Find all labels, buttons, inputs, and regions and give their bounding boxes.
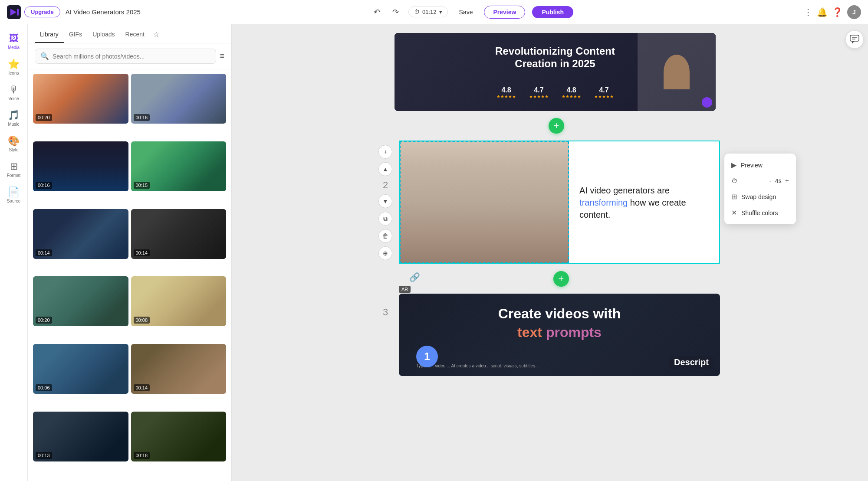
chat-icon	[850, 35, 859, 44]
media-thumb-6[interactable]: 00:14	[131, 209, 227, 259]
rating-1-stars: ★★★★★	[496, 94, 516, 99]
move-down-button[interactable]: ▼	[378, 194, 392, 208]
upgrade-button[interactable]: Upgrade	[24, 7, 60, 17]
add-between-inner: +	[401, 271, 722, 287]
sidebar-item-format[interactable]: ⊞ Format	[2, 157, 26, 181]
slide-2-wrapper: AI video generators are transforming how…	[399, 141, 720, 264]
tab-favorites[interactable]: ☆	[150, 24, 163, 43]
rating-3-num: 4.8	[562, 86, 581, 94]
media-thumb-11[interactable]: 00:13	[33, 412, 128, 461]
sidebar-item-icons[interactable]: ⭐ Icons	[2, 55, 26, 79]
search-input[interactable]	[53, 53, 210, 60]
add-between-2-3-row: +	[376, 271, 723, 287]
slide-2-text-before: AI video generators are	[579, 186, 670, 195]
slide-1-title: Revolutionizing Content Creation in 2025	[495, 45, 615, 70]
avatar[interactable]: J	[847, 5, 861, 19]
media-thumb-12[interactable]: 00:18	[131, 412, 227, 461]
media-thumb-1[interactable]: 00:20	[33, 74, 128, 124]
preview-button[interactable]: Preview	[484, 6, 525, 19]
publish-button[interactable]: Publish	[532, 6, 573, 18]
chat-icon-button[interactable]	[845, 30, 864, 49]
add-between-1-2-row: +	[376, 118, 723, 134]
tab-gifs[interactable]: GIFs	[64, 25, 87, 43]
media-thumb-5[interactable]: 00:14	[33, 209, 128, 259]
timer-minus-button[interactable]: -	[769, 177, 772, 185]
topbar-right: ⋮ 🔔 ❓ J	[804, 5, 861, 19]
slide-3-number: 3	[383, 307, 388, 318]
slide-1[interactable]: Revolutionizing Content Creation in 2025…	[395, 33, 716, 111]
timer-plus-button[interactable]: +	[785, 177, 789, 185]
sidebar-label-icons: Icons	[9, 71, 19, 75]
slide-3-title: Create videos with	[416, 306, 703, 322]
media-thumb-7[interactable]: 00:20	[33, 276, 128, 326]
media-thumb-10[interactable]: 00:14	[131, 344, 227, 394]
rating-2-stars: ★★★★★	[529, 94, 549, 99]
more-options-button[interactable]: ⋮	[804, 7, 812, 17]
context-preview-label: Preview	[741, 162, 763, 169]
slide-3-wrapper: AR Create videos with text prompts Type …	[399, 294, 720, 376]
slide-3-type-label: Descript	[670, 356, 713, 369]
slide-3[interactable]: Create videos with text prompts Type in.…	[399, 294, 720, 376]
media-grid: 00:20 00:16 00:16 00:15 00:14 00:14 00:2…	[28, 69, 231, 481]
swap-icon: ⊞	[731, 193, 737, 201]
duration-10: 00:14	[134, 384, 150, 391]
sidebar-item-media[interactable]: 🖼 Media	[2, 29, 26, 53]
search-bar: 🔍 ≡	[28, 43, 231, 69]
help-button[interactable]: ❓	[832, 7, 843, 17]
rating-1: 4.8 ★★★★★	[496, 86, 516, 99]
time-display[interactable]: ⏱ 01:12 ▾	[408, 7, 448, 17]
context-swap-label: Swap design	[741, 193, 776, 200]
sidebar-icons: 🖼 Media ⭐ Icons 🎙 Voice 🎵 Music 🎨 Style …	[0, 24, 28, 481]
move-up-button[interactable]: ▲	[378, 162, 392, 176]
media-thumb-9[interactable]: 00:06	[33, 344, 128, 394]
redo-button[interactable]: ↷	[390, 5, 401, 20]
sidebar-item-style[interactable]: 🎨 Style	[2, 132, 26, 156]
media-thumb-2[interactable]: 00:16	[131, 74, 227, 124]
sidebar-item-source[interactable]: 📄 Source	[2, 183, 26, 207]
add-slide-button-2[interactable]: +	[553, 271, 569, 287]
voice-icon: 🎙	[9, 84, 19, 95]
canvas-area: Revolutionizing Content Creation in 2025…	[232, 24, 868, 481]
sidebar-item-voice[interactable]: 🎙 Voice	[2, 81, 26, 105]
save-button[interactable]: Save	[455, 6, 477, 18]
logo-area: Upgrade AI Video Generators 2025	[7, 5, 141, 19]
context-shuffle-label: Shuffle colors	[741, 209, 778, 216]
context-preview-item[interactable]: ▶ Preview	[724, 157, 796, 173]
rating-1-num: 4.8	[496, 86, 516, 94]
delete-slide-button[interactable]: 🗑	[378, 229, 392, 243]
sidebar-item-music[interactable]: 🎵 Music	[2, 106, 26, 130]
slide-3-inner: Create videos with text prompts Type in.…	[399, 294, 720, 376]
rating-4-num: 4.7	[594, 86, 614, 94]
rating-4: 4.7 ★★★★★	[594, 86, 614, 99]
link-button[interactable]: 🔗	[409, 272, 420, 282]
slide-2-image[interactable]	[400, 141, 569, 263]
topbar: Upgrade AI Video Generators 2025 ↶ ↷ ⏱ 0…	[0, 0, 868, 24]
timer-value: 4s	[775, 177, 782, 184]
add-above-button[interactable]: +	[378, 145, 392, 159]
filter-button[interactable]: ≡	[220, 52, 224, 61]
tab-recent[interactable]: Recent	[120, 25, 150, 43]
tab-uploads[interactable]: Uploads	[87, 25, 120, 43]
search-input-wrap[interactable]: 🔍	[35, 49, 216, 64]
duplicate-slide-button[interactable]: ⧉	[378, 212, 392, 226]
tab-library[interactable]: Library	[35, 25, 64, 43]
duration-6: 00:14	[134, 249, 150, 256]
add-effect-button[interactable]: ⊕	[378, 246, 392, 260]
duration-4: 00:15	[134, 182, 150, 189]
add-slide-button[interactable]: +	[549, 118, 564, 134]
slide-1-row: Revolutionizing Content Creation in 2025…	[376, 33, 723, 111]
media-thumb-4[interactable]: 00:15	[131, 141, 227, 191]
context-timer-item[interactable]: ⏱ ​ - 4s +	[724, 173, 796, 189]
notifications-button[interactable]: 🔔	[817, 7, 828, 17]
context-swap-item[interactable]: ⊞ Swap design	[724, 189, 796, 205]
context-shuffle-item[interactable]: ✕ Shuffle colors	[724, 205, 796, 221]
media-thumb-3[interactable]: 00:16	[33, 141, 128, 191]
timer-icon: ⏱	[731, 177, 737, 184]
sidebar-label-style: Style	[9, 147, 18, 152]
media-thumb-8[interactable]: 00:08	[131, 276, 227, 326]
media-tabs: Library GIFs Uploads Recent ☆	[28, 24, 231, 43]
slide-2[interactable]: AI video generators are transforming how…	[399, 141, 720, 264]
slide-2-text[interactable]: AI video generators are transforming how…	[569, 141, 719, 263]
duration-5: 00:14	[36, 249, 52, 256]
undo-button[interactable]: ↶	[371, 5, 383, 20]
